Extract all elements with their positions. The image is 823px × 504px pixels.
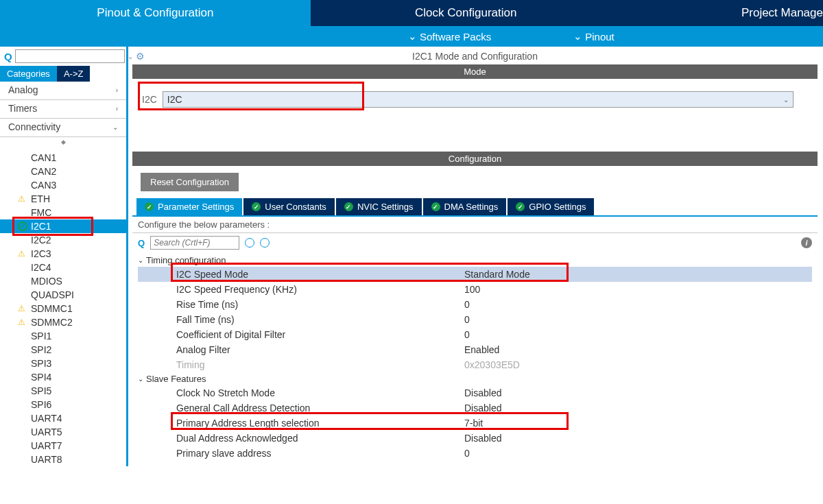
- sidebar-item-can3[interactable]: CAN3: [0, 178, 126, 192]
- sidebar-item-sdmmc2[interactable]: ⚠SDMMC2: [0, 315, 126, 329]
- tab-project-manager[interactable]: Project Manage: [621, 0, 823, 26]
- group-slave[interactable]: ⌄ Slave Features: [138, 372, 812, 385]
- sidebar-item-i2c3[interactable]: ⚠I2C3: [0, 247, 126, 261]
- sidebar-item-spi6[interactable]: SPI6: [0, 398, 126, 411]
- section-connectivity[interactable]: Connectivity ⌄: [0, 119, 126, 137]
- section-timers[interactable]: Timers ›: [0, 100, 126, 119]
- sidebar-item-i2c4[interactable]: I2C4: [0, 261, 126, 274]
- prev-icon[interactable]: [245, 238, 254, 248]
- sidebar-item-spi5[interactable]: SPI5: [0, 384, 126, 398]
- tab-pinout-config[interactable]: Pinout & Configuration: [0, 0, 311, 26]
- sidebar-item-i2c1[interactable]: ✓I2C1: [0, 219, 126, 233]
- sidebar-item-label: QUADSPI: [31, 289, 74, 300]
- param-name: Primary slave address: [176, 448, 464, 459]
- param-row-speed-freq[interactable]: I2C Speed Frequency (KHz) 100: [138, 282, 812, 297]
- sidebar-item-label: CAN1: [31, 152, 56, 163]
- search-icon: Q: [4, 51, 12, 62]
- param-row-rise[interactable]: Rise Time (ns) 0: [138, 297, 812, 312]
- sidebar-item-fmc[interactable]: FMC: [0, 206, 126, 219]
- sidebar-item-uart4[interactable]: UART4: [0, 411, 126, 425]
- sidebar-item-label: SPI5: [31, 385, 51, 396]
- check-icon: ✓: [252, 202, 261, 211]
- sidebar-item-uart7[interactable]: UART7: [0, 439, 126, 453]
- sidebar-item-label: FMC: [31, 207, 51, 218]
- software-packs-dropdown[interactable]: ⌄ Software Packs: [408, 30, 491, 43]
- param-row-primary-addr-len[interactable]: Primary Address Length selection 7-bit: [138, 416, 812, 431]
- tab-parameter-settings[interactable]: ✓ Parameter Settings: [136, 198, 242, 215]
- sidebar-item-sdmmc1[interactable]: ⚠SDMMC1: [0, 302, 126, 315]
- param-name: Timing: [176, 359, 464, 370]
- sidebar-item-label: SPI3: [31, 358, 51, 369]
- info-icon[interactable]: i: [801, 237, 812, 248]
- mode-header: Mode: [132, 64, 818, 79]
- sidebar-item-label: UART8: [31, 454, 62, 465]
- pinout-dropdown[interactable]: ⌄ Pinout: [573, 30, 615, 43]
- sidebar-item-mdios[interactable]: MDIOS: [0, 274, 126, 288]
- sidebar-item-label: I2C4: [31, 262, 51, 273]
- param-row-timing: Timing 0x20303E5D: [138, 357, 812, 372]
- tab-gpio-settings[interactable]: ✓ GPIO Settings: [508, 198, 594, 215]
- tab-clock-config[interactable]: Clock Configuration: [311, 0, 621, 26]
- param-row-primary-slave[interactable]: Primary slave address 0: [138, 446, 812, 461]
- sidebar-item-uart8[interactable]: UART8: [0, 453, 126, 466]
- sidebar-item-eth[interactable]: ⚠ETH: [0, 192, 126, 206]
- param-row-clock-no-stretch[interactable]: Clock No Stretch Mode Disabled: [138, 385, 812, 400]
- sidebar-item-uart5[interactable]: UART5: [0, 425, 126, 439]
- section-label: Analog: [8, 84, 38, 95]
- sort-icon[interactable]: ◆: [0, 137, 126, 147]
- mode-select[interactable]: I2C ⌄: [163, 91, 794, 108]
- config-header: Configuration: [132, 152, 818, 166]
- sidebar-item-i2c2[interactable]: I2C2: [0, 233, 126, 247]
- param-row-coef[interactable]: Coefficient of Digital Filter 0: [138, 327, 812, 342]
- param-row-dual-addr[interactable]: Dual Address Acknowledged Disabled: [138, 431, 812, 446]
- param-search-input[interactable]: [150, 236, 239, 250]
- param-value: 0: [464, 314, 470, 325]
- chevron-down-icon: ⌄: [138, 256, 143, 264]
- check-icon: ✓: [18, 221, 27, 231]
- sidebar-item-label: SDMMC2: [31, 317, 73, 328]
- param-row-general-call[interactable]: General Call Address Detection Disabled: [138, 400, 812, 416]
- param-value: 7-bit: [464, 418, 483, 429]
- sidebar-item-spi1[interactable]: SPI1: [0, 329, 126, 343]
- sidebar-item-label: ETH: [31, 193, 50, 204]
- param-row-fall[interactable]: Fall Time (ns) 0: [138, 312, 812, 327]
- tab-categories[interactable]: Categories: [0, 66, 57, 82]
- sidebar-search-input[interactable]: [15, 49, 125, 63]
- sidebar-item-can1[interactable]: CAN1: [0, 151, 126, 165]
- warning-icon: ⚠: [18, 249, 25, 259]
- tab-dma-settings[interactable]: ✓ DMA Settings: [423, 198, 507, 215]
- sidebar-item-label: I2C1: [31, 221, 51, 232]
- param-name: Coefficient of Digital Filter: [176, 329, 464, 340]
- group-timing[interactable]: ⌄ Timing configuration: [138, 254, 812, 267]
- reset-configuration-button[interactable]: Reset Configuration: [141, 173, 239, 191]
- sidebar-item-spi3[interactable]: SPI3: [0, 357, 126, 370]
- sidebar-item-spi2[interactable]: SPI2: [0, 343, 126, 357]
- software-packs-label: Software Packs: [420, 31, 491, 43]
- check-icon: ✓: [145, 202, 154, 211]
- param-name: Rise Time (ns): [176, 299, 464, 310]
- section-label: Timers: [8, 103, 37, 114]
- sidebar-item-can2[interactable]: CAN2: [0, 165, 126, 178]
- sidebar-item-label: MDIOS: [31, 276, 62, 287]
- section-analog[interactable]: Analog ›: [0, 82, 126, 100]
- param-value: 100: [464, 284, 480, 295]
- sidebar-item-spi4[interactable]: SPI4: [0, 370, 126, 384]
- param-name: Fall Time (ns): [176, 314, 464, 325]
- param-row-speed-mode[interactable]: I2C Speed Mode Standard Mode: [138, 267, 812, 282]
- tab-a-to-z[interactable]: A->Z: [57, 66, 91, 82]
- tab-user-constants[interactable]: ✓ User Constants: [243, 198, 335, 215]
- param-value: Disabled: [464, 387, 501, 398]
- next-icon[interactable]: [260, 238, 270, 248]
- tab-label: NVIC Settings: [357, 202, 414, 212]
- sidebar-item-label: SDMMC1: [31, 303, 73, 314]
- sidebar-item-quadspi[interactable]: QUADSPI: [0, 288, 126, 302]
- param-row-analog[interactable]: Analog Filter Enabled: [138, 342, 812, 357]
- param-name: I2C Speed Frequency (KHz): [176, 284, 464, 295]
- tab-nvic-settings[interactable]: ✓ NVIC Settings: [336, 198, 422, 215]
- sidebar-item-label: CAN3: [31, 180, 56, 191]
- sidebar-item-label: SPI6: [31, 399, 51, 410]
- param-value: Disabled: [464, 433, 501, 444]
- search-icon: Q: [138, 238, 145, 248]
- chevron-right-icon: ›: [116, 105, 118, 112]
- config-hint: Configure the below parameters :: [132, 215, 818, 233]
